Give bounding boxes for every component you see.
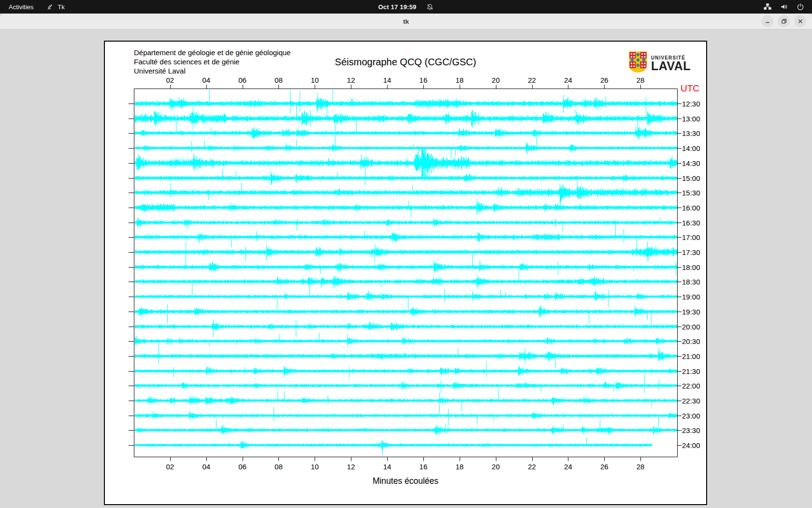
seismograph-canvas-frame: Département de géologie et de génie géol… (104, 41, 707, 505)
trace-time-label: 22:00 (682, 382, 700, 390)
activities-button[interactable]: Activities (9, 3, 33, 11)
x-tick-label-top: 10 (306, 76, 323, 84)
x-tick-top (278, 85, 279, 89)
bell-slash-icon (426, 3, 434, 11)
trace-tick-left (129, 252, 134, 253)
x-tick-bottom (351, 457, 351, 461)
trace-tick-right (678, 356, 682, 357)
trace-tick-left (129, 445, 134, 446)
tk-window-content: Département de géologie et de génie géol… (0, 30, 812, 508)
trace-tick-left (129, 327, 134, 327)
x-tick-label-bottom: 08 (270, 463, 287, 471)
trace-tick-right (678, 208, 682, 208)
network-icon[interactable] (763, 3, 771, 11)
x-tick-label-top: 28 (632, 76, 649, 84)
trace-tick-right (678, 104, 682, 104)
trace-time-label: 12:30 (682, 100, 700, 108)
x-tick-label-bottom: 26 (596, 463, 612, 471)
maximize-button[interactable] (778, 15, 790, 27)
trace-tick-right (678, 282, 682, 282)
window-titlebar[interactable]: tk (0, 14, 812, 30)
x-tick-top (351, 85, 351, 89)
x-tick-label-bottom: 06 (234, 463, 251, 471)
trace-tick-left (129, 430, 134, 431)
trace-tick-left (129, 282, 134, 282)
trace-time-label: 20:00 (682, 323, 700, 331)
laval-shield-icon (628, 51, 648, 75)
x-tick-label-top: 22 (524, 76, 540, 84)
seismogram-traces-canvas (134, 89, 677, 457)
x-tick-bottom (206, 457, 207, 461)
trace-tick-left (129, 416, 134, 416)
x-tick-label-bottom: 18 (451, 463, 468, 471)
trace-time-label: 17:00 (682, 233, 700, 241)
x-tick-top (604, 85, 605, 89)
x-tick-label-top: 04 (198, 76, 215, 84)
x-tick-top (496, 85, 496, 89)
clock-button[interactable]: Oct 17 19:59 (378, 3, 434, 11)
x-tick-label-bottom: 04 (198, 463, 215, 471)
tk-feather-icon (46, 3, 54, 11)
trace-tick-right (678, 297, 682, 297)
utc-axis-label: UTC (681, 83, 699, 94)
x-tick-label-top: 08 (270, 76, 287, 84)
trace-tick-right (678, 430, 682, 431)
x-tick-bottom (460, 457, 460, 461)
trace-tick-left (129, 193, 134, 193)
x-tick-label-top: 16 (415, 76, 432, 84)
power-icon[interactable] (796, 3, 804, 11)
x-tick-bottom (170, 457, 171, 461)
trace-tick-right (678, 416, 682, 416)
trace-time-label: 16:00 (682, 204, 700, 212)
trace-time-label: 21:00 (682, 352, 700, 360)
trace-tick-left (129, 341, 134, 342)
trace-tick-right (678, 223, 682, 223)
x-tick-bottom (604, 457, 605, 461)
x-tick-label-top: 20 (488, 76, 504, 84)
chart-title: Séismographe QCQ (CGC/GSC) (105, 57, 706, 68)
trace-time-label: 16:30 (682, 219, 700, 227)
trace-tick-right (678, 386, 682, 386)
close-button[interactable] (794, 15, 806, 27)
trace-time-label: 19:30 (682, 308, 700, 316)
x-tick-label-bottom: 10 (306, 463, 323, 471)
trace-tick-left (129, 356, 134, 357)
universite-laval-logo: UNIVERSITÉ LAVAL (628, 51, 691, 75)
x-tick-bottom (496, 457, 496, 461)
x-tick-bottom (532, 457, 533, 461)
x-tick-label-top: 02 (162, 76, 178, 84)
trace-tick-left (129, 208, 134, 208)
x-tick-label-bottom: 20 (488, 463, 504, 471)
trace-time-label: 21:30 (682, 367, 700, 375)
x-tick-label-bottom: 14 (379, 463, 395, 471)
x-tick-label-bottom: 16 (415, 463, 432, 471)
trace-tick-right (678, 341, 682, 342)
desktop: Activities Tk (0, 0, 812, 508)
x-tick-bottom (278, 457, 279, 461)
trace-tick-right (678, 401, 682, 401)
x-tick-top (532, 85, 533, 89)
app-menu[interactable]: Tk (46, 3, 64, 11)
x-tick-label-bottom: 28 (632, 463, 649, 471)
volume-icon[interactable] (780, 3, 788, 11)
trace-time-label: 17:30 (682, 248, 700, 256)
x-tick-label-bottom: 02 (162, 463, 178, 471)
trace-tick-left (129, 312, 134, 312)
clock-label: Oct 17 19:59 (378, 3, 416, 11)
x-tick-label-top: 14 (379, 76, 395, 84)
x-tick-label-top: 26 (596, 76, 612, 84)
trace-tick-left (129, 237, 134, 238)
minimize-button[interactable] (761, 15, 773, 27)
trace-time-label: 23:00 (682, 412, 700, 420)
trace-tick-right (678, 193, 682, 193)
trace-tick-left (129, 133, 134, 134)
x-tick-label-top: 06 (234, 76, 251, 84)
department-line-1: Département de géologie et de génie géol… (134, 48, 290, 57)
trace-tick-left (129, 119, 134, 119)
trace-tick-left (129, 297, 134, 297)
gnome-top-bar: Activities Tk (0, 0, 812, 14)
x-tick-top (206, 85, 207, 89)
x-tick-bottom (387, 457, 388, 461)
window-title: tk (403, 18, 409, 25)
trace-time-label: 13:30 (682, 129, 700, 137)
